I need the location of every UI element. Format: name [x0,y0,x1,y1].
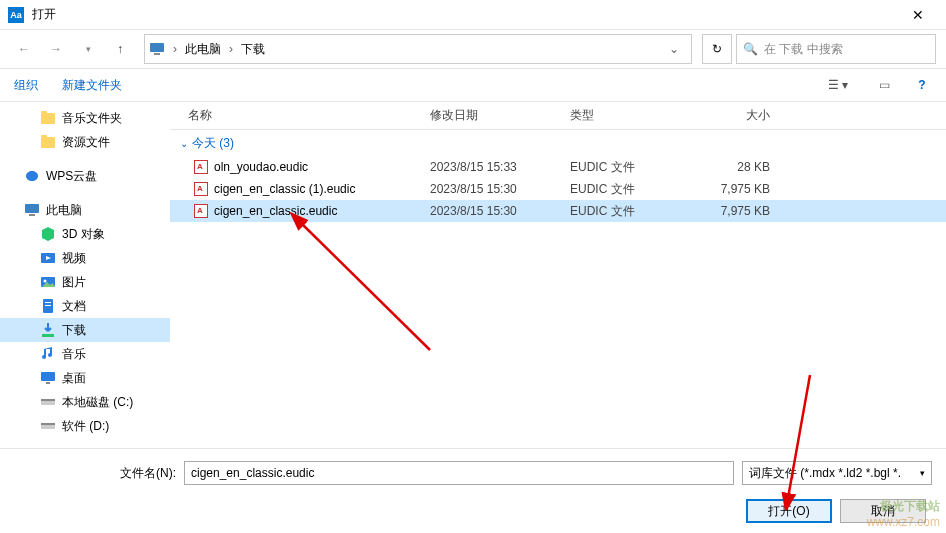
search-placeholder: 在 下载 中搜索 [764,41,843,58]
window-title: 打开 [32,6,898,23]
open-button[interactable]: 打开(O) [746,499,832,523]
sidebar-item-label: 图片 [62,274,86,291]
forward-button: → [42,35,70,63]
file-list: 名称 修改日期 类型 大小 ⌄ 今天 (3) oln_youdao.eudic2… [170,102,946,482]
group-today[interactable]: ⌄ 今天 (3) [170,130,946,156]
sidebar-item-0[interactable]: 音乐文件夹 [0,106,170,130]
chevron-right-icon[interactable]: › [225,42,237,56]
col-name[interactable]: 名称 [170,107,430,124]
sidebar-item-label: 本地磁盘 (C:) [62,394,133,411]
svg-rect-9 [45,305,51,306]
sidebar-item-8[interactable]: 下载 [0,318,170,342]
file-row[interactable]: cigen_en_classic.eudic2023/8/15 15:30EUD… [170,200,946,222]
file-name: oln_youdao.eudic [214,160,308,174]
file-type: EUDIC 文件 [570,181,690,198]
sidebar[interactable]: 音乐文件夹资源文件WPS云盘此电脑3D 对象视频图片文档下载音乐桌面本地磁盘 (… [0,102,170,482]
chevron-down-icon: ⌄ [180,138,188,149]
doc-icon [40,298,56,314]
sidebar-item-9[interactable]: 音乐 [0,342,170,366]
bottom-panel: 文件名(N): 词库文件 (*.mdx *.ld2 *.bgl *. ▾ 打开(… [0,448,946,533]
sidebar-item-11[interactable]: 本地磁盘 (C:) [0,390,170,414]
refresh-button[interactable]: ↻ [702,34,732,64]
sidebar-item-label: 桌面 [62,370,86,387]
col-type[interactable]: 类型 [570,107,690,124]
sidebar-item-label: 软件 (D:) [62,418,109,435]
organize-menu[interactable]: 组织 [14,77,38,94]
video-icon [40,250,56,266]
pic-icon [40,274,56,290]
group-label: 今天 (3) [192,135,234,152]
sidebar-item-label: 音乐文件夹 [62,110,122,127]
sidebar-item-label: 此电脑 [46,202,82,219]
sidebar-item-label: 文档 [62,298,86,315]
sidebar-item-5[interactable]: 视频 [0,246,170,270]
crumb-pc[interactable]: 此电脑 [181,41,225,58]
svg-rect-14 [41,399,55,401]
file-row[interactable]: oln_youdao.eudic2023/8/15 15:33EUDIC 文件2… [170,156,946,178]
sidebar-item-12[interactable]: 软件 (D:) [0,414,170,438]
folder-icon [40,134,56,150]
file-name: cigen_en_classic (1).eudic [214,182,355,196]
svg-rect-16 [41,423,55,425]
help-button[interactable]: ? [912,78,932,92]
sidebar-item-3[interactable]: 此电脑 [0,198,170,222]
filename-label: 文件名(N): [14,465,184,482]
search-input[interactable]: 🔍 在 下载 中搜索 [736,34,936,64]
sidebar-item-label: 3D 对象 [62,226,105,243]
sidebar-item-10[interactable]: 桌面 [0,366,170,390]
col-size[interactable]: 大小 [690,107,790,124]
svg-rect-11 [41,372,55,381]
sidebar-item-label: 视频 [62,250,86,267]
up-button[interactable]: ↑ [106,35,134,63]
navbar: ← → ▾ ↑ › 此电脑 › 下载 ⌄ ↻ 🔍 在 下载 中搜索 [0,30,946,68]
sidebar-item-1[interactable]: 资源文件 [0,130,170,154]
svg-rect-10 [42,334,54,337]
sidebar-item-6[interactable]: 图片 [0,270,170,294]
preview-pane-button[interactable]: ▭ [866,74,902,96]
watermark: 极光下载站 www.xz7.com [867,498,940,529]
3d-icon [40,226,56,242]
desktop-icon [40,370,56,386]
file-date: 2023/8/15 15:30 [430,182,570,196]
search-icon: 🔍 [743,42,758,56]
titlebar: Aa 打开 ✕ [0,0,946,30]
svg-rect-3 [29,214,35,216]
disk-icon [40,394,56,410]
list-header: 名称 修改日期 类型 大小 [170,102,946,130]
col-date[interactable]: 修改日期 [430,107,570,124]
breadcrumb[interactable]: › 此电脑 › 下载 ⌄ [144,34,692,64]
eudic-file-icon [194,160,208,174]
recent-dropdown[interactable]: ▾ [74,35,102,63]
file-date: 2023/8/15 15:30 [430,204,570,218]
sidebar-item-2[interactable]: WPS云盘 [0,164,170,188]
newfolder-button[interactable]: 新建文件夹 [62,77,122,94]
file-size: 28 KB [690,160,790,174]
file-row[interactable]: cigen_en_classic (1).eudic2023/8/15 15:3… [170,178,946,200]
toolbar: 组织 新建文件夹 ☰ ▾ ▭ ? [0,68,946,102]
breadcrumb-dropdown[interactable]: ⌄ [661,42,687,56]
view-mode-button[interactable]: ☰ ▾ [820,74,856,96]
folder-icon [40,110,56,126]
disk-icon [40,418,56,434]
svg-rect-2 [25,204,39,213]
pc-icon [149,41,165,57]
sidebar-item-label: 资源文件 [62,134,110,151]
svg-rect-1 [154,53,160,55]
filter-dropdown[interactable]: 词库文件 (*.mdx *.ld2 *.bgl *. ▾ [742,461,932,485]
file-name: cigen_en_classic.eudic [214,204,337,218]
chevron-right-icon[interactable]: › [169,42,181,56]
wps-icon [24,168,40,184]
main-area: 音乐文件夹资源文件WPS云盘此电脑3D 对象视频图片文档下载音乐桌面本地磁盘 (… [0,102,946,482]
app-icon: Aa [8,7,24,23]
crumb-downloads[interactable]: 下载 [237,41,269,58]
sidebar-item-7[interactable]: 文档 [0,294,170,318]
eudic-file-icon [194,204,208,218]
close-button[interactable]: ✕ [898,0,938,30]
sidebar-item-4[interactable]: 3D 对象 [0,222,170,246]
eudic-file-icon [194,182,208,196]
filename-input[interactable] [184,461,734,485]
file-date: 2023/8/15 15:33 [430,160,570,174]
pc-icon [24,202,40,218]
filter-text: 词库文件 (*.mdx *.ld2 *.bgl *. [749,465,901,482]
back-button[interactable]: ← [10,35,38,63]
